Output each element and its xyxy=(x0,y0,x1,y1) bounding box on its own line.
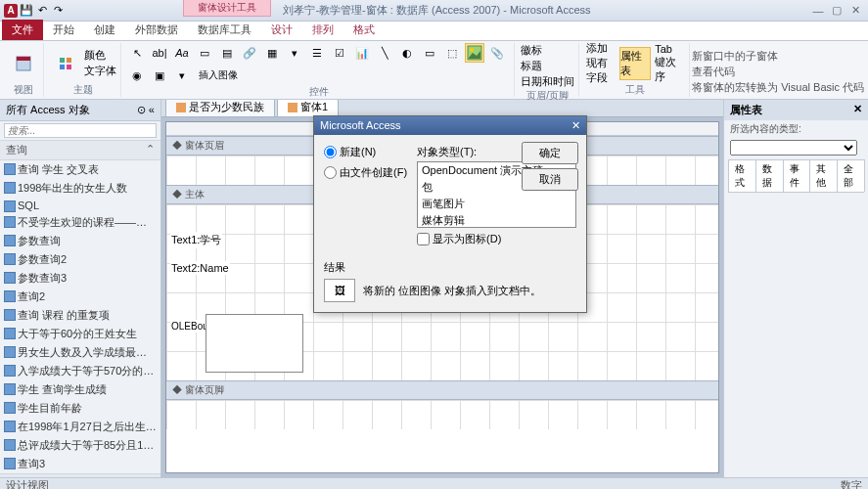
tab-format[interactable]: 格式 xyxy=(343,20,385,40)
ole-bound-frame[interactable] xyxy=(206,314,303,373)
maximize-icon[interactable]: ▢ xyxy=(828,4,845,18)
nav-group-queries[interactable]: 查询⌃ xyxy=(0,140,160,160)
tab-dbtools[interactable]: 数据库工具 xyxy=(188,20,261,40)
redo-icon[interactable]: ↷ xyxy=(51,4,65,18)
doc-tab[interactable]: 是否为少数民族 xyxy=(165,100,275,116)
nav-item-query[interactable]: 查询 学生 交叉表 xyxy=(0,160,160,179)
cancel-button[interactable]: 取消 xyxy=(522,168,578,191)
tab-create[interactable]: 创建 xyxy=(84,20,125,40)
radio-from-file[interactable]: 由文件创建(F) xyxy=(324,165,407,180)
label-text2[interactable]: Text2:Name xyxy=(170,261,230,275)
nav-item-query[interactable]: 查询2 xyxy=(0,288,160,306)
dialog-close-icon[interactable]: ✕ xyxy=(571,119,580,132)
nav-collapse-icon[interactable]: ⊙ « xyxy=(137,104,155,116)
textbox-icon[interactable]: ab| xyxy=(150,43,169,63)
button-icon[interactable]: ▭ xyxy=(195,43,214,63)
more-controls-icon[interactable]: ▾ xyxy=(172,66,192,85)
label-icon[interactable]: Aa xyxy=(172,43,192,63)
subform-icon[interactable]: ▣ xyxy=(150,66,169,85)
nav-item-query[interactable]: 参数查询2 xyxy=(0,250,160,269)
logo-button[interactable]: 徽标 xyxy=(521,43,542,58)
view-button[interactable] xyxy=(8,47,39,80)
hyperlink-icon[interactable]: 🔗 xyxy=(240,43,259,63)
radio-create-new[interactable]: 新建(N) xyxy=(324,145,407,159)
property-sheet-button[interactable]: 属性表 xyxy=(619,47,651,80)
nav-item-query[interactable]: 学生目前年龄 xyxy=(0,399,160,418)
nav-item-query[interactable]: 参数查询3 xyxy=(0,269,160,288)
line-icon[interactable]: ╲ xyxy=(375,43,394,63)
form-footer-body[interactable] xyxy=(166,400,718,429)
attachment-icon[interactable]: 📎 xyxy=(487,43,507,63)
nav-item-query[interactable]: 在1998年1月27日之后出生的张姓同学 xyxy=(0,418,160,436)
prop-tab-event[interactable]: 事件 xyxy=(783,159,811,192)
nav-item-query[interactable]: SQL xyxy=(0,198,160,213)
insert-image-button[interactable]: 插入图像 xyxy=(199,68,238,82)
nav-item-query[interactable]: 查询3 xyxy=(0,455,160,473)
view-code-button[interactable]: 查看代码 xyxy=(692,65,864,79)
tab-control-icon[interactable]: ▤ xyxy=(217,43,237,63)
tab-order-button[interactable]: Tab 键次序 xyxy=(654,47,685,80)
ribbon-group-tools: 添加现有字段 属性表 Tab 键次序 工具 xyxy=(581,43,690,97)
close-icon[interactable]: ✕ xyxy=(853,103,862,117)
combo-icon[interactable]: ▾ xyxy=(285,43,304,63)
checkbox-icon[interactable]: ☑ xyxy=(330,43,349,63)
tab-external[interactable]: 外部数据 xyxy=(125,20,188,40)
prop-tab-other[interactable]: 其他 xyxy=(809,159,838,192)
nav-item-query[interactable]: 大于等于60分的王姓女生 xyxy=(0,325,160,343)
nav-item-query[interactable]: 男女生人数及入学成绩最高分和最低分 xyxy=(0,343,160,362)
dialog-buttons: 确定 取消 xyxy=(522,142,578,191)
list-item[interactable]: 画笔图片 xyxy=(418,196,575,212)
dialog-titlebar[interactable]: Microsoft Access ✕ xyxy=(314,116,586,135)
unbound-icon[interactable]: ⬚ xyxy=(442,43,462,63)
toggle-icon[interactable]: ◐ xyxy=(397,43,417,63)
select-icon[interactable]: ↖ xyxy=(127,43,147,63)
title-button[interactable]: 标题 xyxy=(521,59,542,73)
datetime-button[interactable]: 日期和时间 xyxy=(521,74,574,89)
property-object-select[interactable] xyxy=(730,140,857,156)
bound-object-frame-icon[interactable] xyxy=(465,43,484,63)
prop-tab-data[interactable]: 数据 xyxy=(755,159,784,192)
nav-object-list[interactable]: 查询⌃ 查询 学生 交叉表 1998年出生的女生人数 SQL 不受学生欢迎的课程… xyxy=(0,140,160,477)
rectangle-icon[interactable]: ▭ xyxy=(420,43,439,63)
nav-item-query[interactable]: 查询 课程 的重复项 xyxy=(0,306,160,325)
prop-tab-all[interactable]: 全部 xyxy=(837,159,865,192)
minimize-icon[interactable]: — xyxy=(809,4,827,18)
convert-macros-button[interactable]: 将窗体的宏转换为 Visual Basic 代码 xyxy=(692,80,864,95)
doc-tab-active[interactable]: 窗体1 xyxy=(277,100,339,116)
property-sheet-pane: 属性表 ✕ 所选内容的类型: 格式 数据 事件 其他 全部 xyxy=(723,100,868,477)
tab-arrange[interactable]: 排列 xyxy=(302,20,343,40)
colors-button[interactable]: 颜色 xyxy=(84,48,116,63)
nav-item-query[interactable]: 1998年出生的女生人数 xyxy=(0,179,160,198)
option-group-icon[interactable]: ◉ xyxy=(127,66,147,85)
add-field-button[interactable]: 添加现有字段 xyxy=(585,47,617,80)
label-text1[interactable]: Text1:学号 xyxy=(170,232,222,248)
nav-group-forms[interactable]: 窗体⌃ xyxy=(0,473,160,477)
save-icon[interactable]: 💾 xyxy=(20,4,33,18)
prop-tab-format[interactable]: 格式 xyxy=(728,159,756,192)
nav-header[interactable]: 所有 Access 对象 ⊙ « xyxy=(0,100,160,121)
list-icon[interactable]: ☰ xyxy=(307,43,327,63)
ok-button[interactable]: 确定 xyxy=(522,142,578,164)
chart-icon[interactable]: 📊 xyxy=(352,43,372,63)
result-label: 结果 xyxy=(324,260,576,275)
show-as-icon-checkbox[interactable]: 显示为图标(D) xyxy=(417,232,576,246)
tab-design[interactable]: 设计 xyxy=(261,20,302,40)
app-icon[interactable]: A xyxy=(4,4,18,18)
subform-new-window-button[interactable]: 新窗口中的子窗体 xyxy=(692,49,864,64)
fonts-button[interactable]: 文字体 xyxy=(84,64,116,78)
section-form-footer[interactable]: ◆ 窗体页脚 xyxy=(166,380,718,400)
close-icon[interactable]: ✕ xyxy=(846,4,864,18)
nav-item-query[interactable]: 学生 查询学生成绩 xyxy=(0,380,160,399)
tab-home[interactable]: 开始 xyxy=(43,20,84,40)
navigation-icon[interactable]: ▦ xyxy=(262,43,282,63)
nav-item-query[interactable]: 总评成绩大于等于85分且1996年出生的同... xyxy=(0,436,160,455)
tab-file[interactable]: 文件 xyxy=(2,20,43,40)
nav-item-query[interactable]: 参数查询 xyxy=(0,232,160,250)
nav-item-query[interactable]: 不受学生欢迎的课程——课程 与 选课 ... xyxy=(0,213,160,232)
nav-item-query[interactable]: 入学成绩大于等于570分的女生 xyxy=(0,362,160,380)
result-icon: 🖼 xyxy=(324,279,355,302)
list-item[interactable]: 媒体剪辑 xyxy=(418,212,575,228)
themes-button[interactable] xyxy=(50,47,81,80)
undo-icon[interactable]: ↶ xyxy=(35,4,49,18)
search-input[interactable] xyxy=(4,123,157,138)
